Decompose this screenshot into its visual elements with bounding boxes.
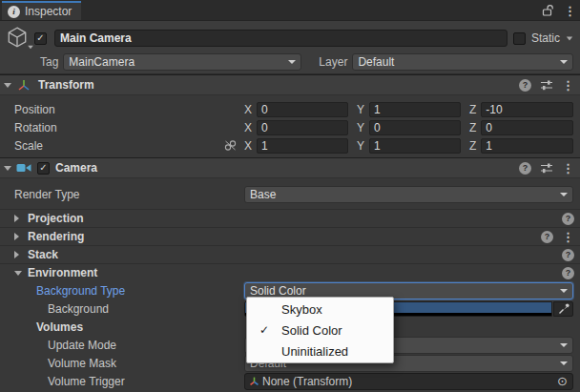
eyedropper-icon (558, 303, 570, 315)
axis-y-label: Y (357, 103, 364, 116)
help-icon[interactable]: ? (519, 162, 531, 175)
position-y-field[interactable]: 1 (369, 102, 461, 117)
foldout-closed-icon (14, 233, 19, 240)
component-menu-icon[interactable]: ⋮ (562, 162, 574, 175)
camera-icon (15, 162, 32, 174)
scale-row: Scale X1 Y1 Z1 (0, 136, 580, 155)
active-checkbox[interactable]: ✓ (34, 32, 47, 45)
eyedropper-button[interactable] (553, 301, 573, 317)
foldout-open-icon[interactable] (4, 83, 11, 88)
transform-title: Transform (38, 78, 94, 92)
foldout-environment[interactable]: Environment ? (0, 263, 580, 281)
chevron-down-icon (560, 193, 568, 196)
tag-dropdown[interactable]: MainCamera (63, 53, 301, 71)
section-menu-icon[interactable]: ⋮ (562, 231, 574, 243)
layer-dropdown[interactable]: Default (352, 53, 573, 71)
update-mode-label: Update Mode (48, 339, 244, 352)
camera-title: Camera (55, 161, 97, 175)
popup-item-solid-color[interactable]: ✓ Solid Color (247, 320, 393, 340)
help-icon[interactable]: ? (562, 249, 574, 261)
gameobject-header: ✓ Main Camera Static Tag MainCamera Laye… (0, 21, 580, 74)
object-picker-icon[interactable]: ⊙ (554, 375, 570, 387)
axis-z-label: Z (469, 121, 476, 134)
axis-x-label: X (244, 139, 252, 153)
projection-label: Projection (28, 212, 84, 225)
rotation-y-field[interactable]: 0 (369, 120, 461, 135)
help-icon[interactable]: ? (562, 267, 574, 279)
link-constrain-icon[interactable] (224, 139, 237, 152)
scale-z-field[interactable]: 1 (481, 138, 573, 154)
chevron-down-icon (560, 343, 568, 347)
render-type-label: Render Type (14, 188, 244, 201)
transform-body: Position X0 Y1 Z-10 Rotation X0 Y0 Z0 Sc… (0, 95, 580, 157)
volume-trigger-row: Volume Trigger None (Transform) ⊙ (0, 372, 580, 390)
static-label: Static (531, 31, 560, 45)
foldout-open-icon[interactable] (4, 166, 11, 171)
chevron-down-icon (560, 289, 568, 293)
axis-z-label: Z (469, 103, 476, 116)
lock-open-icon[interactable] (542, 4, 554, 17)
background-type-label: Background Type (36, 284, 244, 298)
static-checkbox[interactable] (513, 32, 526, 45)
rotation-label: Rotation (14, 121, 244, 134)
tag-value: MainCamera (69, 55, 284, 69)
render-type-row: Render Type Base (0, 185, 580, 203)
component-menu-icon[interactable]: ⋮ (562, 79, 574, 92)
tab-bar: i Inspector ⋮ (0, 0, 580, 21)
camera-header[interactable]: ✓ Camera ? ⋮ (0, 157, 580, 178)
position-x-field[interactable]: 0 (257, 102, 348, 117)
foldout-rendering[interactable]: Rendering ? ⋮ (0, 227, 580, 245)
help-icon[interactable]: ? (519, 79, 531, 92)
transform-icon (15, 78, 32, 92)
gameobject-icon-button[interactable] (6, 26, 34, 51)
rotation-row: Rotation X0 Y0 Z0 (0, 118, 580, 136)
axis-z-label: Z (469, 139, 476, 153)
render-type-value: Base (250, 188, 556, 201)
background-type-popup: Skybox ✓ Solid Color Uninitialized (246, 297, 394, 363)
layer-label: Layer (319, 55, 347, 69)
position-label: Position (14, 103, 244, 116)
tab-title: Inspector (25, 5, 72, 18)
static-dropdown-arrow[interactable] (567, 36, 572, 40)
foldout-open-icon (14, 271, 22, 276)
rendering-label: Rendering (28, 230, 84, 243)
gameobject-icon-arrow (28, 46, 33, 50)
popup-item-uninitialized[interactable]: Uninitialized (247, 340, 393, 361)
panel-menu-icon[interactable]: ⋮ (564, 5, 576, 17)
environment-label: Environment (28, 266, 97, 279)
volume-trigger-object-field[interactable]: None (Transform) ⊙ (244, 373, 573, 390)
foldout-closed-icon (14, 251, 19, 258)
position-z-field[interactable]: -10 (481, 102, 573, 117)
presets-icon[interactable] (540, 79, 553, 91)
background-label: Background (48, 302, 244, 316)
tab-inspector[interactable]: i Inspector (2, 1, 81, 20)
volume-mask-label: Volume Mask (48, 357, 244, 370)
name-field[interactable]: Main Camera (54, 30, 508, 47)
help-icon[interactable]: ? (562, 213, 574, 225)
position-row: Position X0 Y1 Z-10 (0, 100, 580, 118)
render-type-dropdown[interactable]: Base (244, 186, 573, 203)
popup-item-skybox[interactable]: Skybox (247, 299, 393, 320)
inspector-panel: i Inspector ⋮ ✓ Main Camera Static (0, 0, 580, 392)
volumes-label: Volumes (36, 320, 244, 334)
scale-label: Scale (14, 139, 224, 153)
transform-header[interactable]: Transform ? ⋮ (0, 74, 580, 95)
camera-enabled-checkbox[interactable]: ✓ (37, 162, 50, 175)
chevron-down-icon (560, 361, 568, 365)
scale-x-field[interactable]: 1 (257, 138, 348, 154)
foldout-stack[interactable]: Stack ? (0, 245, 580, 263)
rotation-x-field[interactable]: 0 (257, 120, 348, 135)
rotation-z-field[interactable]: 0 (481, 120, 573, 135)
chevron-down-icon (288, 60, 296, 64)
foldout-projection[interactable]: Projection ? (0, 209, 580, 227)
help-icon[interactable]: ? (541, 231, 553, 243)
stack-label: Stack (28, 248, 58, 261)
volume-trigger-value: None (Transform) (262, 375, 554, 388)
check-icon: ✓ (247, 323, 281, 337)
background-type-value: Solid Color (250, 284, 556, 298)
scale-y-field[interactable]: 1 (369, 138, 461, 154)
tag-label: Tag (40, 55, 58, 69)
presets-icon[interactable] (540, 162, 553, 174)
volume-trigger-label: Volume Trigger (48, 375, 244, 388)
popup-item-label: Skybox (281, 302, 322, 317)
